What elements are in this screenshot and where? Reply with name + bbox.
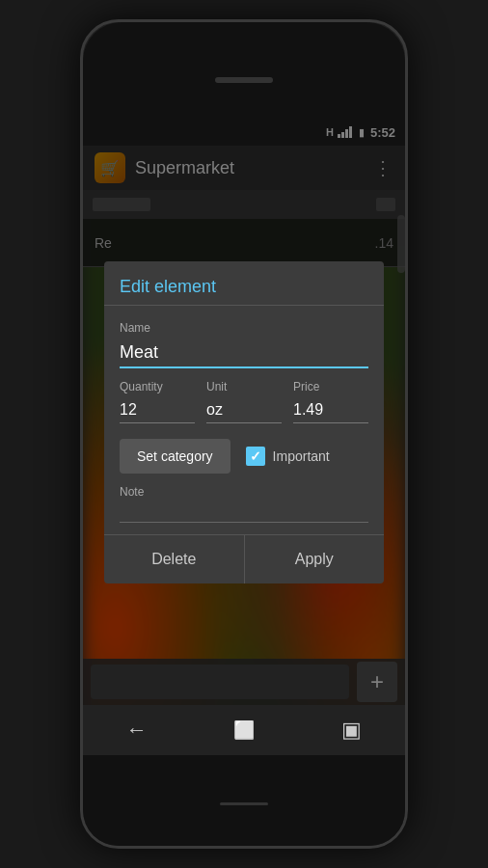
back-icon: ←	[126, 718, 148, 743]
back-button[interactable]: ←	[118, 711, 156, 749]
important-label: Important	[273, 448, 330, 464]
note-label: Note	[120, 485, 368, 499]
delete-button[interactable]: Delete	[104, 535, 245, 583]
unit-group: Unit	[206, 376, 282, 423]
recent-icon: ▣	[341, 718, 362, 743]
set-category-button[interactable]: Set category	[120, 439, 230, 474]
name-label: Name	[120, 321, 368, 335]
name-input[interactable]	[120, 339, 368, 368]
fields-row: Quantity Unit Price	[120, 376, 368, 423]
price-group: Price	[293, 376, 368, 423]
nav-bar: ← ⬜ ▣	[83, 705, 405, 755]
quantity-label: Quantity	[120, 380, 195, 393]
dialog-title: Edit element	[104, 261, 384, 306]
important-checkbox[interactable]: ✓	[246, 447, 265, 466]
home-icon: ⬜	[233, 719, 255, 741]
quantity-input[interactable]	[120, 397, 195, 423]
category-row: Set category ✓ Important	[120, 439, 368, 474]
recent-button[interactable]: ▣	[332, 711, 370, 749]
price-input[interactable]	[293, 397, 368, 423]
edit-dialog: Edit element Name Quantity Unit	[104, 261, 384, 583]
dialog-actions: Delete Apply	[104, 534, 384, 583]
important-row: ✓ Important	[246, 447, 330, 466]
quantity-group: Quantity	[120, 376, 195, 423]
note-line	[120, 522, 368, 523]
home-button[interactable]: ⬜	[225, 711, 263, 749]
note-section: Note	[120, 485, 368, 523]
dialog-body: Name Quantity Unit Price	[104, 306, 384, 534]
apply-button[interactable]: Apply	[245, 535, 385, 583]
unit-input[interactable]	[206, 397, 282, 423]
price-label: Price	[293, 380, 368, 393]
check-icon: ✓	[250, 448, 261, 464]
unit-label: Unit	[206, 380, 282, 393]
dialog-overlay: Edit element Name Quantity Unit	[83, 119, 405, 755]
